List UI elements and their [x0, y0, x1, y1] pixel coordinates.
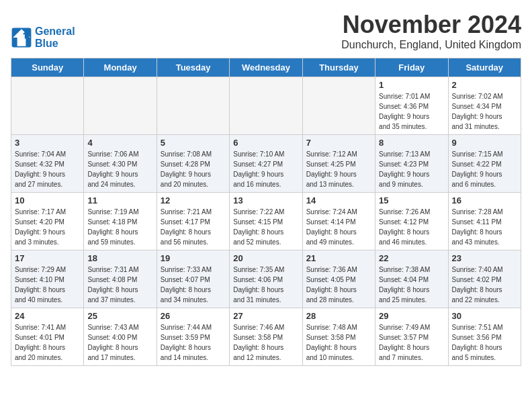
day-number: 27 — [233, 311, 298, 321]
day-number: 22 — [379, 253, 444, 263]
day-number: 14 — [306, 195, 371, 205]
day-number: 6 — [233, 138, 298, 148]
calendar-cell: 3Sunrise: 7:04 AM Sunset: 4:32 PM Daylig… — [11, 135, 84, 193]
calendar-cell: 19Sunrise: 7:33 AM Sunset: 4:07 PM Dayli… — [157, 250, 229, 308]
calendar-cell: 18Sunrise: 7:31 AM Sunset: 4:08 PM Dayli… — [84, 250, 157, 308]
day-info: Sunrise: 7:02 AM Sunset: 4:34 PM Dayligh… — [452, 91, 517, 132]
day-number: 13 — [233, 195, 298, 205]
calendar-cell: 9Sunrise: 7:15 AM Sunset: 4:22 PM Daylig… — [448, 135, 521, 193]
calendar-cell: 14Sunrise: 7:24 AM Sunset: 4:14 PM Dayli… — [302, 193, 375, 250]
day-info: Sunrise: 7:48 AM Sunset: 3:58 PM Dayligh… — [306, 322, 371, 363]
day-number: 24 — [15, 311, 80, 321]
day-number: 28 — [306, 311, 371, 321]
day-number: 30 — [452, 311, 517, 321]
month-title: November 2024 — [341, 11, 521, 39]
title-section: November 2024 Dunchurch, England, United… — [341, 11, 521, 51]
day-info: Sunrise: 7:06 AM Sunset: 4:30 PM Dayligh… — [87, 149, 152, 189]
day-info: Sunrise: 7:44 AM Sunset: 3:59 PM Dayligh… — [161, 322, 226, 363]
day-number: 12 — [161, 195, 226, 205]
calendar-table: SundayMondayTuesdayWednesdayThursdayFrid… — [11, 58, 521, 366]
calendar-cell: 24Sunrise: 7:41 AM Sunset: 4:01 PM Dayli… — [11, 308, 84, 366]
location-subtitle: Dunchurch, England, United Kingdom — [341, 39, 521, 51]
calendar-header-thursday: Thursday — [302, 58, 375, 77]
calendar-cell: 1Sunrise: 7:01 AM Sunset: 4:36 PM Daylig… — [375, 77, 448, 135]
calendar-header-friday: Friday — [375, 58, 448, 77]
calendar-cell: 10Sunrise: 7:17 AM Sunset: 4:20 PM Dayli… — [11, 193, 84, 250]
calendar-cell — [302, 77, 375, 135]
day-number: 26 — [161, 311, 226, 321]
day-info: Sunrise: 7:04 AM Sunset: 4:32 PM Dayligh… — [15, 149, 80, 189]
day-number: 8 — [379, 138, 444, 148]
calendar-cell: 26Sunrise: 7:44 AM Sunset: 3:59 PM Dayli… — [157, 308, 229, 366]
calendar-cell — [84, 77, 157, 135]
day-info: Sunrise: 7:41 AM Sunset: 4:01 PM Dayligh… — [15, 322, 80, 363]
day-info: Sunrise: 7:21 AM Sunset: 4:17 PM Dayligh… — [161, 207, 226, 247]
logo-icon — [11, 27, 32, 48]
calendar-cell: 4Sunrise: 7:06 AM Sunset: 4:30 PM Daylig… — [84, 135, 157, 193]
logo-text: General Blue — [35, 26, 75, 50]
day-info: Sunrise: 7:13 AM Sunset: 4:23 PM Dayligh… — [379, 149, 444, 189]
calendar-cell: 29Sunrise: 7:49 AM Sunset: 3:57 PM Dayli… — [375, 308, 448, 366]
calendar-cell — [157, 77, 229, 135]
day-number: 15 — [379, 195, 444, 205]
calendar-cell: 6Sunrise: 7:10 AM Sunset: 4:27 PM Daylig… — [230, 135, 302, 193]
day-info: Sunrise: 7:33 AM Sunset: 4:07 PM Dayligh… — [161, 265, 226, 305]
day-number: 21 — [306, 253, 371, 263]
calendar-header-tuesday: Tuesday — [157, 58, 229, 77]
day-info: Sunrise: 7:35 AM Sunset: 4:06 PM Dayligh… — [233, 265, 298, 305]
day-info: Sunrise: 7:31 AM Sunset: 4:08 PM Dayligh… — [87, 265, 152, 305]
calendar-cell: 22Sunrise: 7:38 AM Sunset: 4:04 PM Dayli… — [375, 250, 448, 308]
day-info: Sunrise: 7:26 AM Sunset: 4:12 PM Dayligh… — [379, 207, 444, 247]
calendar-cell: 11Sunrise: 7:19 AM Sunset: 4:18 PM Dayli… — [84, 193, 157, 250]
day-number: 3 — [15, 138, 80, 148]
calendar-cell: 5Sunrise: 7:08 AM Sunset: 4:28 PM Daylig… — [157, 135, 229, 193]
day-info: Sunrise: 7:46 AM Sunset: 3:58 PM Dayligh… — [233, 322, 298, 363]
calendar-cell — [11, 77, 84, 135]
calendar-header-wednesday: Wednesday — [230, 58, 302, 77]
calendar-header-row: SundayMondayTuesdayWednesdayThursdayFrid… — [11, 58, 521, 77]
calendar-header-monday: Monday — [84, 58, 157, 77]
day-info: Sunrise: 7:28 AM Sunset: 4:11 PM Dayligh… — [452, 207, 517, 247]
day-number: 19 — [161, 253, 226, 263]
day-info: Sunrise: 7:12 AM Sunset: 4:25 PM Dayligh… — [306, 149, 371, 189]
day-info: Sunrise: 7:01 AM Sunset: 4:36 PM Dayligh… — [379, 91, 444, 132]
day-info: Sunrise: 7:22 AM Sunset: 4:15 PM Dayligh… — [233, 207, 298, 247]
day-number: 4 — [87, 138, 152, 148]
day-number: 17 — [15, 253, 80, 263]
calendar-header-sunday: Sunday — [11, 58, 84, 77]
day-info: Sunrise: 7:38 AM Sunset: 4:04 PM Dayligh… — [379, 265, 444, 305]
calendar-week-row: 24Sunrise: 7:41 AM Sunset: 4:01 PM Dayli… — [11, 308, 521, 366]
calendar-cell: 25Sunrise: 7:43 AM Sunset: 4:00 PM Dayli… — [84, 308, 157, 366]
calendar-cell: 15Sunrise: 7:26 AM Sunset: 4:12 PM Dayli… — [375, 193, 448, 250]
calendar-week-row: 10Sunrise: 7:17 AM Sunset: 4:20 PM Dayli… — [11, 193, 521, 250]
day-number: 29 — [379, 311, 444, 321]
calendar-cell — [230, 77, 302, 135]
calendar-cell: 20Sunrise: 7:35 AM Sunset: 4:06 PM Dayli… — [230, 250, 302, 308]
day-number: 20 — [233, 253, 298, 263]
day-info: Sunrise: 7:51 AM Sunset: 3:56 PM Dayligh… — [452, 322, 517, 363]
day-number: 9 — [452, 138, 517, 148]
day-info: Sunrise: 7:08 AM Sunset: 4:28 PM Dayligh… — [161, 149, 226, 189]
day-number: 18 — [87, 253, 152, 263]
day-info: Sunrise: 7:40 AM Sunset: 4:02 PM Dayligh… — [452, 265, 517, 305]
day-info: Sunrise: 7:24 AM Sunset: 4:14 PM Dayligh… — [306, 207, 371, 247]
calendar-cell: 27Sunrise: 7:46 AM Sunset: 3:58 PM Dayli… — [230, 308, 302, 366]
day-info: Sunrise: 7:49 AM Sunset: 3:57 PM Dayligh… — [379, 322, 444, 363]
day-number: 1 — [379, 80, 444, 90]
calendar-cell: 8Sunrise: 7:13 AM Sunset: 4:23 PM Daylig… — [375, 135, 448, 193]
logo: General Blue — [11, 26, 75, 50]
day-number: 10 — [15, 195, 80, 205]
calendar-cell: 17Sunrise: 7:29 AM Sunset: 4:10 PM Dayli… — [11, 250, 84, 308]
calendar-cell: 21Sunrise: 7:36 AM Sunset: 4:05 PM Dayli… — [302, 250, 375, 308]
day-info: Sunrise: 7:10 AM Sunset: 4:27 PM Dayligh… — [233, 149, 298, 189]
calendar-cell: 30Sunrise: 7:51 AM Sunset: 3:56 PM Dayli… — [448, 308, 521, 366]
day-number: 11 — [87, 195, 152, 205]
day-number: 7 — [306, 138, 371, 148]
calendar-cell: 13Sunrise: 7:22 AM Sunset: 4:15 PM Dayli… — [230, 193, 302, 250]
day-number: 16 — [452, 195, 517, 205]
calendar-week-row: 3Sunrise: 7:04 AM Sunset: 4:32 PM Daylig… — [11, 135, 521, 193]
day-number: 23 — [452, 253, 517, 263]
calendar-body: 1Sunrise: 7:01 AM Sunset: 4:36 PM Daylig… — [11, 77, 521, 366]
day-info: Sunrise: 7:36 AM Sunset: 4:05 PM Dayligh… — [306, 265, 371, 305]
day-number: 2 — [452, 80, 517, 90]
